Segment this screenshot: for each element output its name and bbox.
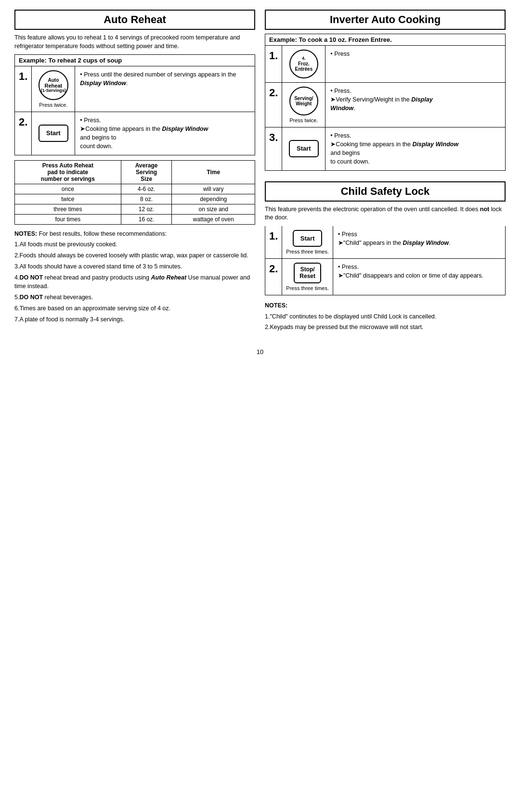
start-button-2: Start	[289, 140, 319, 157]
serving-time-1: will vary	[172, 184, 255, 194]
serving-table-header-3: Time	[172, 160, 255, 184]
serving-weight-button: Serving/ Weight	[289, 87, 318, 115]
display-window-ref-1: Display Window	[80, 80, 126, 87]
auto-reheat-button: Auto Reheat (1-Servings)	[39, 70, 68, 100]
child-safety-title: Child Safety Lock	[265, 181, 506, 202]
step-1-num: 1.	[15, 66, 32, 112]
note-6: 6.Times are based on an approximate serv…	[14, 304, 255, 313]
note-1: 1.All foods must be previously cooked.	[14, 240, 255, 249]
serving-freq-4: four times	[15, 214, 121, 224]
child-step-2: 2. Stop/Reset Press three times. • Press…	[265, 259, 505, 295]
inv-step-2-press: Press twice.	[289, 117, 318, 123]
inverter-auto-cooking-section: Inverter Auto Cooking Example: To cook a…	[265, 10, 506, 171]
inv-step-3-num: 3.	[265, 127, 282, 170]
inv-step-2-icon: Serving/ Weight Press twice.	[282, 83, 325, 127]
serving-time-4: wattage of oven	[172, 214, 255, 224]
serving-freq-1: once	[15, 184, 121, 194]
table-row: twice 8 oz. depending	[15, 194, 255, 204]
serving-freq-2: twice	[15, 194, 121, 204]
start-button-1: Start	[39, 125, 68, 142]
serving-size-2: 8 oz.	[121, 194, 172, 204]
note-5: 5.DO NOT reheat beverages.	[14, 293, 255, 302]
step-2-text: • Press. ➤Cooking time appears in the Di…	[75, 112, 255, 155]
child-step-2-icon: Stop/Reset Press three times.	[282, 259, 333, 295]
inverter-example: Example: To cook a 10 oz. Frozen Entree.	[265, 34, 506, 46]
right-column: Inverter Auto Cooking Example: To cook a…	[265, 10, 506, 334]
note-3: 3.All foods should have a covered stand …	[14, 262, 255, 271]
inverter-steps: 1. 4. Froz. Entrées • Press 2.	[265, 46, 506, 171]
inv-step-3-icon: Start	[282, 127, 325, 170]
inverter-title: Inverter Auto Cooking	[265, 10, 506, 30]
serving-table: Press Auto Reheatpad to indicatenumber o…	[14, 160, 255, 225]
step-1-press-label: Press twice.	[39, 102, 67, 108]
note-4: 4.DO NOT reheat bread and pastry product…	[14, 273, 255, 292]
auto-reheat-example: Example: To reheat 2 cups of soup	[14, 54, 255, 66]
inv-step-3-text: • Press. ➤Cooking time appears in the Di…	[325, 127, 505, 170]
inverter-step-1: 1. 4. Froz. Entrées • Press	[265, 46, 505, 83]
display-ref-inv-3: Display Window	[412, 141, 458, 148]
child-step-1: 1. Start Press three times. • Press ➤"Ch…	[265, 226, 505, 259]
stop-reset-button: Stop/Reset	[294, 263, 321, 283]
page-number: 10	[14, 348, 506, 355]
inv-step-1-icon: 4. Froz. Entrées	[282, 46, 325, 82]
note-7: 7.A plate of food is normally 3-4 servin…	[14, 315, 255, 324]
table-row: three times 12 oz. on size and	[15, 204, 255, 214]
child-step-2-press: Press three times.	[286, 285, 329, 291]
child-step-1-num: 1.	[265, 226, 282, 259]
serving-table-header-1: Press Auto Reheatpad to indicatenumber o…	[15, 160, 121, 184]
serving-size-4: 16 oz.	[121, 214, 172, 224]
child-step-1-press: Press three times.	[286, 249, 329, 254]
auto-reheat-steps: 1. Auto Reheat (1-Servings) Press twice.…	[14, 66, 255, 155]
serving-time-3: on size and	[172, 204, 255, 214]
page-layout: Auto Reheat This feature allows you to r…	[14, 10, 506, 334]
notes-heading: NOTES:	[14, 230, 37, 237]
display-ref-inv-2: Display	[411, 96, 432, 103]
serving-freq-3: three times	[15, 204, 121, 214]
serving-size-3: 12 oz.	[121, 204, 172, 214]
step-1-icon-area: Auto Reheat (1-Servings) Press twice.	[32, 66, 75, 112]
inv-step-2-num: 2.	[265, 83, 282, 127]
inverter-step-2: 2. Serving/ Weight Press twice. • Press.…	[265, 83, 505, 127]
child-notes-heading: NOTES:	[265, 302, 287, 309]
auto-reheat-title: Auto Reheat	[14, 10, 255, 30]
child-safety-steps: 1. Start Press three times. • Press ➤"Ch…	[265, 226, 506, 295]
child-step-1-icon: Start Press three times.	[282, 226, 333, 259]
note-2: 2.Foods should always be covered loosely…	[14, 251, 255, 260]
step-1-text: • Press until the desired number of serv…	[75, 66, 255, 112]
auto-reheat-notes: NOTES: For best results, follow these re…	[14, 229, 255, 324]
inv-step-1-text: • Press	[325, 46, 505, 82]
window-ref-inv-2: Window	[330, 105, 353, 112]
child-safety-intro: This feature prevents the electronic ope…	[265, 205, 506, 222]
table-row: four times 16 oz. wattage of oven	[15, 214, 255, 224]
display-ref-child-1: Display Window	[403, 240, 449, 246]
step-2-num: 2.	[15, 112, 32, 155]
froz-entrees-button: 4. Froz. Entrées	[289, 50, 318, 78]
serving-size-1: 4-6 oz.	[121, 184, 172, 194]
inv-step-2-text: • Press. ➤Verify Serving/Weight in the D…	[325, 83, 505, 127]
child-note-1: 1."Child" continutes to be displayed unt…	[265, 312, 506, 321]
step-2-icon-area: Start	[32, 112, 75, 155]
auto-reheat-section: Auto Reheat This feature allows you to r…	[14, 10, 255, 334]
auto-reheat-step-2: 2. Start • Press. ➤Cooking time appears …	[15, 112, 255, 155]
child-note-2: 2.Keypads may be pressed but the microwa…	[265, 323, 506, 332]
display-window-ref-2: Display Window	[162, 126, 208, 132]
child-step-1-text: • Press ➤"Child" appears in the Display …	[333, 226, 505, 259]
auto-reheat-intro: This feature allows you to reheat 1 to 4…	[14, 34, 255, 51]
serving-table-header-2: AverageServingSize	[121, 160, 172, 184]
inv-step-1-num: 1.	[265, 46, 282, 82]
start-button-3: Start	[293, 230, 323, 247]
inverter-step-3: 3. Start • Press. ➤Cooking time appears …	[265, 127, 505, 170]
child-safety-notes: NOTES: 1."Child" continutes to be displa…	[265, 301, 506, 332]
child-step-2-text: • Press. ➤"Child" disappears and colon o…	[333, 259, 505, 295]
serving-time-2: depending	[172, 194, 255, 204]
table-row: once 4-6 oz. will vary	[15, 184, 255, 194]
child-step-2-num: 2.	[265, 259, 282, 295]
auto-reheat-step-1: 1. Auto Reheat (1-Servings) Press twice.…	[15, 66, 255, 112]
not-bold: not	[480, 206, 489, 213]
child-safety-lock-section: Child Safety Lock This feature prevents …	[265, 181, 506, 332]
